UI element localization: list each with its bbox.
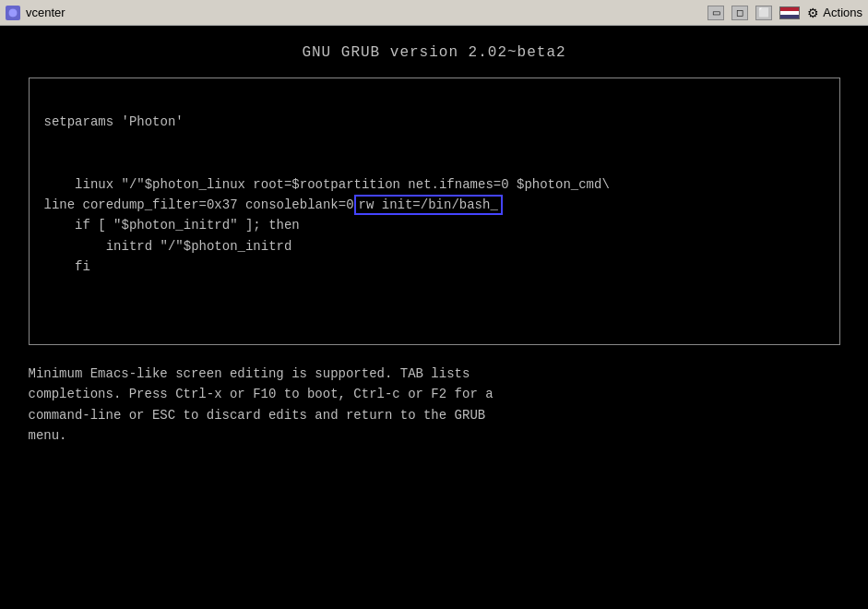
actions-label: Actions [823, 6, 862, 19]
main-content: GNU GRUB version 2.02~beta2 setparams 'P… [0, 26, 868, 609]
app-icon [6, 6, 20, 20]
grub-editor-box[interactable]: setparams 'Photon' linux "/"$photon_linu… [29, 78, 840, 345]
actions-button[interactable]: ⚙ Actions [807, 6, 862, 20]
editor-line7: fi [44, 259, 90, 274]
grub-header: GNU GRUB version 2.02~beta2 [302, 44, 565, 61]
editor-line5: if [ "$photon_initrd" ]; then [44, 218, 300, 233]
title-bar-right: ▭ ◻ ⬜ ⚙ Actions [707, 6, 862, 20]
title-bar-left: vcenter [6, 6, 65, 20]
title-bar: vcenter ▭ ◻ ⬜ ⚙ Actions [0, 0, 868, 26]
editor-line6: initrd "/"$photon_initrd [44, 239, 292, 254]
editor-line1: setparams 'Photon' [44, 114, 184, 129]
gear-icon: ⚙ [807, 6, 819, 20]
window-title: vcenter [26, 6, 65, 19]
editor-line4-before: line coredump_filter=0x37 consoleblank=0 [44, 197, 354, 212]
flag-icon [779, 6, 800, 19]
minimize-button[interactable]: ▭ [707, 6, 724, 20]
svg-point-0 [8, 8, 18, 18]
help-text-content: Minimum Emacs-like screen editing is sup… [29, 366, 493, 443]
maximize-button[interactable]: ⬜ [755, 6, 772, 20]
help-text: Minimum Emacs-like screen editing is sup… [29, 364, 840, 447]
restore-button[interactable]: ◻ [731, 6, 748, 20]
editor-content: setparams 'Photon' linux "/"$photon_linu… [44, 91, 825, 298]
editor-line3: linux "/"$photon_linux root=$rootpartiti… [44, 177, 610, 192]
editor-highlight-input[interactable]: rw init=/bin/bash_ [354, 195, 503, 215]
